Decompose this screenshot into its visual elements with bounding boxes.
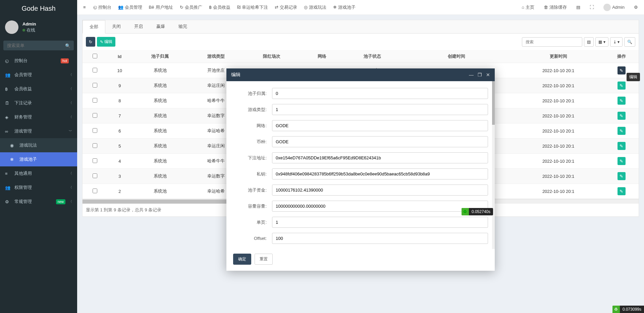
- sidebar-item[interactable]: ⚙常规管理new〈: [0, 195, 77, 209]
- row-edit-button[interactable]: ✎: [618, 82, 626, 90]
- sidebar-item[interactable]: ◵控制台hot: [0, 54, 77, 68]
- trash-icon: 🗑: [544, 5, 548, 10]
- column-header[interactable]: 网络: [300, 50, 344, 63]
- sidebar-item-icon: ◵: [5, 58, 12, 63]
- filter-tab[interactable]: 输完: [172, 20, 194, 33]
- close-icon[interactable]: ✕: [486, 72, 490, 77]
- fullscreen-icon[interactable]: ⛶: [587, 5, 597, 10]
- row-checkbox[interactable]: [93, 68, 97, 72]
- table-search-input[interactable]: [522, 37, 582, 47]
- row-checkbox[interactable]: [93, 98, 97, 103]
- column-header[interactable]: 操作: [604, 50, 639, 63]
- gridview-button[interactable]: ▦ ▾: [595, 37, 608, 47]
- search-icon[interactable]: 🔍: [65, 43, 70, 48]
- row-checkbox[interactable]: [93, 173, 97, 178]
- row-edit-button[interactable]: ✎: [618, 157, 626, 165]
- row-checkbox[interactable]: [93, 143, 97, 148]
- row-edit-button[interactable]: ✎: [618, 112, 626, 120]
- topnav-item[interactable]: ฿会员收益: [206, 4, 233, 10]
- topnav-item[interactable]: ₪幸运哈希下注: [234, 4, 271, 10]
- maximize-icon[interactable]: ❐: [478, 72, 482, 77]
- minimize-icon[interactable]: —: [469, 72, 474, 77]
- row-edit-button[interactable]: ✎: [618, 142, 626, 150]
- row-checkbox[interactable]: [93, 128, 97, 133]
- form-input-page[interactable]: [272, 217, 488, 228]
- sidebar-item-icon: ⚙: [5, 199, 12, 204]
- menu-toggle[interactable]: ≡: [80, 5, 89, 10]
- form-input-coin[interactable]: [272, 136, 488, 147]
- row-checkbox[interactable]: [93, 189, 97, 193]
- refresh-button[interactable]: ↻: [86, 37, 95, 47]
- row-checkbox[interactable]: [93, 158, 97, 163]
- row-edit-button[interactable]: ✎: [618, 172, 626, 180]
- sidebar-item[interactable]: ◈财务管理〈: [0, 110, 77, 124]
- topnav-item[interactable]: ⇄交易记录: [272, 4, 300, 10]
- filter-tabs: 全部关闭开启赢爆输完: [83, 20, 639, 34]
- ok-button[interactable]: 确定: [233, 254, 251, 265]
- sidebar-item-icon: ◉: [10, 143, 17, 148]
- form-input-cap[interactable]: [272, 201, 488, 212]
- column-header[interactable]: 游戏类型: [188, 50, 244, 63]
- sidebar-item[interactable]: 👥权限管理〈: [0, 180, 77, 195]
- row-checkbox[interactable]: [93, 113, 97, 118]
- column-header[interactable]: 创建时间: [400, 50, 513, 63]
- column-header[interactable]: 更新时间: [513, 50, 604, 63]
- filter-tab[interactable]: 开启: [127, 20, 150, 33]
- sidebar-item[interactable]: ◉游戏玩法: [0, 138, 77, 152]
- row-edit-button[interactable]: ✎: [618, 127, 626, 135]
- form-input-owner[interactable]: [272, 88, 488, 99]
- modal-vscroll[interactable]: [492, 81, 495, 249]
- columns-button[interactable]: ▤: [584, 37, 594, 47]
- sidebar-item[interactable]: 👥会员管理〈: [0, 68, 77, 82]
- topnav-item[interactable]: Bē用户地址: [146, 4, 176, 10]
- topnav-item[interactable]: 👥会员管理: [115, 4, 145, 10]
- export-button[interactable]: ⤓ ▾: [610, 37, 623, 47]
- topnav-icon: ❄: [333, 5, 337, 10]
- lang-icon[interactable]: ▤: [574, 5, 583, 10]
- select-all-checkbox[interactable]: [93, 54, 97, 58]
- filter-tab[interactable]: 赢爆: [150, 20, 172, 33]
- sidebar-item-icon: ≡: [5, 171, 12, 176]
- form-input-net[interactable]: [272, 120, 488, 131]
- filter-tab[interactable]: 关闭: [105, 20, 127, 33]
- form-input-offset[interactable]: [272, 233, 488, 244]
- form-input-gtype[interactable]: [272, 104, 488, 115]
- sidebar-item[interactable]: ❄游戏池子: [0, 152, 77, 166]
- cell-id: 4: [107, 154, 132, 169]
- home-link[interactable]: ⌂主页: [519, 4, 537, 10]
- row-edit-button[interactable]: ✎: [618, 66, 626, 74]
- form-label: 私钥:: [233, 171, 267, 177]
- row-edit-button[interactable]: ✎: [618, 97, 626, 105]
- leaf-icon: ♻: [462, 208, 469, 215]
- clear-cache-link[interactable]: 🗑清除缓存: [541, 4, 570, 10]
- topnav-item[interactable]: ↻会员推广: [177, 4, 205, 10]
- cell-updated: 2022-10-10 20:1: [513, 184, 604, 199]
- column-header[interactable]: 限红场次: [244, 50, 300, 63]
- sidebar-item[interactable]: ∞游戏管理﹀: [0, 124, 77, 138]
- searchgo-button[interactable]: 🔍: [624, 37, 635, 47]
- filter-tab[interactable]: 全部: [83, 20, 105, 34]
- topnav-item[interactable]: ◎游戏玩法: [301, 4, 329, 10]
- column-header[interactable]: 池子归属: [132, 50, 188, 63]
- reset-button[interactable]: 重置: [255, 254, 273, 265]
- column-header[interactable]: [83, 50, 107, 63]
- topnav-item[interactable]: ❄游戏池子: [330, 4, 358, 10]
- form-input-addr[interactable]: [272, 152, 488, 163]
- gear-icon[interactable]: ⚙: [631, 5, 641, 10]
- sidebar-item[interactable]: 🗓下注记录〈: [0, 96, 77, 110]
- row-checkbox[interactable]: [93, 83, 97, 88]
- edit-button[interactable]: ✎ 编辑: [97, 37, 115, 47]
- page-timer: ♻ 0.073099s: [612, 306, 644, 313]
- row-edit-button[interactable]: ✎: [618, 187, 626, 195]
- topnav-item[interactable]: ◵控制台: [91, 4, 114, 10]
- form-input-funds[interactable]: [272, 185, 488, 196]
- user-menu[interactable]: Admin: [601, 4, 627, 11]
- column-header[interactable]: Id: [107, 50, 132, 63]
- menu-search-input[interactable]: [3, 41, 74, 50]
- sidebar-item[interactable]: ฿会员收益〈: [0, 82, 77, 96]
- sidebar-item[interactable]: ≡其他通用〈: [0, 166, 77, 180]
- topbar: ≡ ◵控制台👥会员管理Bē用户地址↻会员推广฿会员收益₪幸运哈希下注⇄交易记录◎…: [77, 0, 644, 15]
- form-input-pk[interactable]: [272, 168, 488, 179]
- form-label: 游戏类型:: [233, 107, 267, 113]
- column-header[interactable]: 池子状态: [344, 50, 400, 63]
